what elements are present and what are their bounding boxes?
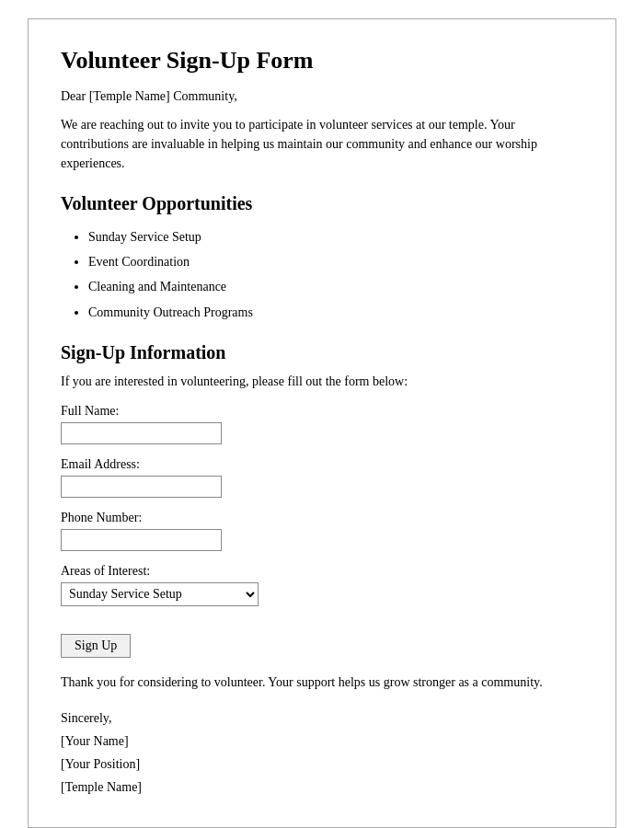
signature-name: [Your Name] (61, 730, 583, 753)
main-title: Volunteer Sign-Up Form (61, 47, 583, 75)
signature-closing: Sincerely, (61, 707, 583, 730)
phone-label: Phone Number: (61, 511, 583, 525)
signup-button[interactable]: Sign Up (61, 634, 131, 658)
email-input[interactable] (61, 476, 222, 498)
areas-label: Areas of Interest: (61, 564, 583, 579)
list-item: Event Coordination (88, 250, 583, 273)
list-item: Cleaning and Maintenance (88, 275, 583, 298)
full-name-label: Full Name: (61, 404, 583, 419)
document: Volunteer Sign-Up Form Dear [Temple Name… (28, 18, 616, 828)
signature-temple: [Temple Name] (61, 776, 583, 799)
page-container: Volunteer Sign-Up Form Dear [Temple Name… (0, 0, 644, 828)
greeting: Dear [Temple Name] Community, (61, 89, 583, 104)
full-name-input[interactable] (61, 422, 222, 444)
list-item: Sunday Service Setup (88, 225, 583, 248)
signup-title: Sign-Up Information (61, 342, 583, 363)
email-group: Email Address: (61, 457, 583, 498)
phone-input[interactable] (61, 529, 222, 551)
thank-you-text: Thank you for considering to volunteer. … (61, 673, 583, 692)
opportunities-title: Volunteer Opportunities (61, 193, 583, 214)
signature: Sincerely, [Your Name] [Your Position] [… (61, 707, 583, 799)
full-name-group: Full Name: (61, 404, 583, 444)
intro-text: We are reaching out to invite you to par… (61, 115, 583, 173)
list-item: Community Outreach Programs (88, 301, 583, 324)
opportunities-list: Sunday Service Setup Event Coordination … (88, 225, 583, 324)
phone-group: Phone Number: (61, 511, 583, 551)
signup-intro: If you are interested in volunteering, p… (61, 374, 583, 389)
areas-group: Areas of Interest: Sunday Service Setup … (61, 564, 583, 606)
email-label: Email Address: (61, 457, 583, 472)
signature-position: [Your Position] (61, 753, 583, 776)
areas-select[interactable]: Sunday Service Setup Event Coordination … (61, 582, 259, 606)
